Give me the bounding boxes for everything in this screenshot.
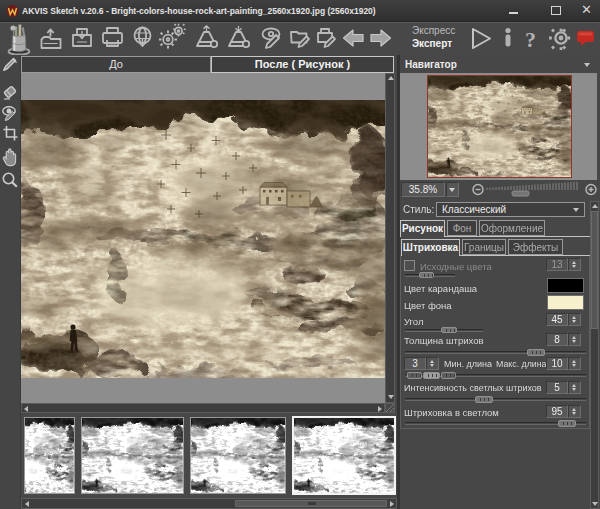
svg-text:?: ? xyxy=(525,27,536,52)
